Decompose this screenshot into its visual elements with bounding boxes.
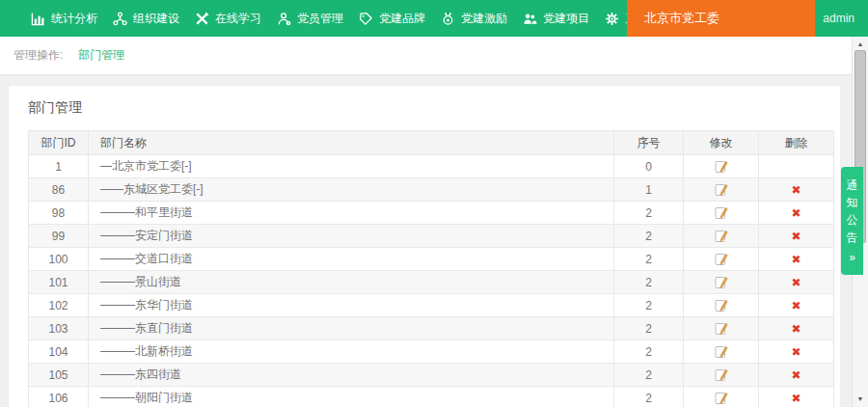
nav-item-1[interactable]: 统计分析 (23, 0, 105, 37)
nav-item-7[interactable]: 党建项目 (515, 0, 597, 37)
edit-icon[interactable] (714, 229, 728, 243)
delete-cell: ✖ (759, 317, 834, 340)
notice-tab[interactable]: 通知公告» (841, 167, 863, 275)
edit-icon[interactable] (714, 205, 728, 220)
tag-icon (359, 12, 373, 26)
delete-icon[interactable]: ✖ (791, 253, 800, 266)
nav-item-label: 党建品牌 (379, 11, 425, 27)
crossed-pencils-icon (195, 12, 209, 26)
nav-item-6[interactable]: 党建激励 (433, 0, 515, 37)
dept-name-cell: ———东华门街道 (89, 294, 614, 317)
dept-seq-cell: 2 (614, 364, 684, 387)
table-row: 1—北京市党工委[-]0 (29, 155, 834, 178)
delete-cell (759, 155, 834, 178)
dept-id-cell: 86 (29, 178, 89, 202)
delete-cell: ✖ (759, 340, 834, 364)
dept-id-cell: 1 (29, 155, 89, 178)
dept-id-cell: 98 (29, 202, 89, 225)
edit-cell (684, 271, 759, 294)
table-row: 100———交道口街道2✖ (29, 248, 834, 271)
dept-seq-cell: 2 (614, 387, 684, 407)
edit-icon[interactable] (714, 391, 728, 405)
dept-seq-cell: 2 (614, 225, 684, 248)
dept-name-cell: ———安定门街道 (89, 225, 614, 248)
dept-id-cell: 102 (29, 294, 89, 317)
delete-icon[interactable]: ✖ (791, 183, 800, 197)
edit-icon[interactable] (714, 275, 728, 289)
nav-menu: 统计分析组织建设在线学习党员管理党建品牌党建激励党建项目系统管理 (0, 0, 679, 37)
delete-icon[interactable]: ✖ (791, 368, 800, 382)
dept-id-cell: 99 (29, 225, 89, 248)
column-header-4: 修改 (684, 131, 759, 155)
edit-icon[interactable] (714, 321, 728, 336)
nav-item-2[interactable]: 组织建设 (105, 0, 187, 37)
column-header-2: 部门名称 (89, 131, 614, 155)
nav-item-3[interactable]: 在线学习 (187, 0, 269, 37)
content-panel: 部门管理 部门ID部门名称序号修改删除 1—北京市党工委[-]086——东城区党… (8, 85, 841, 407)
edit-icon[interactable] (714, 252, 728, 266)
dept-id-cell: 103 (29, 317, 89, 340)
delete-icon[interactable]: ✖ (791, 392, 800, 405)
dept-name-cell: ———朝阳门街道 (89, 387, 614, 407)
edit-icon[interactable] (714, 344, 728, 359)
user-menu[interactable]: admin (823, 0, 854, 37)
breadcrumb-current-link[interactable]: 部门管理 (78, 47, 124, 64)
nav-item-5[interactable]: 党建品牌 (351, 0, 433, 37)
edit-cell (684, 155, 759, 178)
delete-cell: ✖ (759, 178, 834, 202)
dept-seq-cell: 2 (614, 202, 684, 225)
dept-seq-cell: 2 (614, 317, 684, 340)
delete-icon[interactable]: ✖ (791, 322, 800, 336)
nav-item-label: 党建项目 (543, 11, 589, 27)
edit-cell (684, 225, 759, 248)
column-header-1: 部门ID (29, 131, 89, 155)
dept-seq-cell: 2 (614, 271, 684, 294)
main-area: 部门管理 部门ID部门名称序号修改删除 1—北京市党工委[-]086——东城区党… (0, 76, 868, 407)
team-icon (523, 12, 537, 26)
edit-cell (684, 387, 759, 407)
edit-cell (684, 364, 759, 387)
dept-name-cell: ———和平里街道 (89, 202, 614, 225)
column-header-5: 删除 (759, 131, 834, 155)
edit-icon[interactable] (714, 182, 728, 197)
nav-item-4[interactable]: 党员管理 (269, 0, 351, 37)
notice-tab-char: 通 (847, 176, 858, 194)
dept-name-cell: ———北新桥街道 (89, 340, 614, 364)
delete-cell: ✖ (759, 294, 834, 317)
delete-icon[interactable]: ✖ (791, 230, 800, 243)
top-nav: 统计分析组织建设在线学习党员管理党建品牌党建激励党建项目系统管理 北京市党工委 … (0, 0, 868, 37)
scroll-down-arrow[interactable]: ▼ (853, 393, 868, 405)
dept-id-cell: 105 (29, 364, 89, 387)
table-row: 98———和平里街道2✖ (29, 202, 834, 225)
table-row: 105———东四街道2✖ (29, 364, 834, 387)
edit-icon[interactable] (714, 367, 728, 382)
edit-icon[interactable] (714, 298, 728, 312)
dept-name-cell: ———景山街道 (89, 271, 614, 294)
edit-cell (684, 317, 759, 340)
delete-cell: ✖ (759, 225, 834, 248)
edit-cell (684, 178, 759, 202)
edit-cell (684, 340, 759, 364)
notice-tab-char: 公 (847, 211, 858, 229)
medal-icon (441, 12, 455, 26)
dept-name-cell: ———东直门街道 (89, 317, 614, 340)
dept-id-cell: 101 (29, 271, 89, 294)
table-row: 99———安定门街道2✖ (29, 225, 834, 248)
delete-icon[interactable]: ✖ (791, 206, 800, 220)
nav-item-label: 组织建设 (133, 11, 179, 27)
dept-seq-cell: 2 (614, 340, 684, 364)
scroll-up-arrow[interactable]: ▲ (853, 39, 868, 50)
table-row: 102———东华门街道2✖ (29, 294, 834, 317)
edit-cell (684, 248, 759, 271)
edit-cell (684, 202, 759, 225)
delete-icon[interactable]: ✖ (791, 345, 800, 359)
delete-cell: ✖ (759, 248, 834, 271)
table-row: 106———朝阳门街道2✖ (29, 387, 834, 407)
delete-icon[interactable]: ✖ (791, 276, 800, 289)
gear-icon (605, 12, 619, 26)
dept-id-cell: 100 (29, 248, 89, 271)
table-row: 101———景山街道2✖ (29, 271, 834, 294)
edit-cell (684, 294, 759, 317)
delete-icon[interactable]: ✖ (791, 299, 800, 312)
edit-icon[interactable] (714, 159, 728, 174)
